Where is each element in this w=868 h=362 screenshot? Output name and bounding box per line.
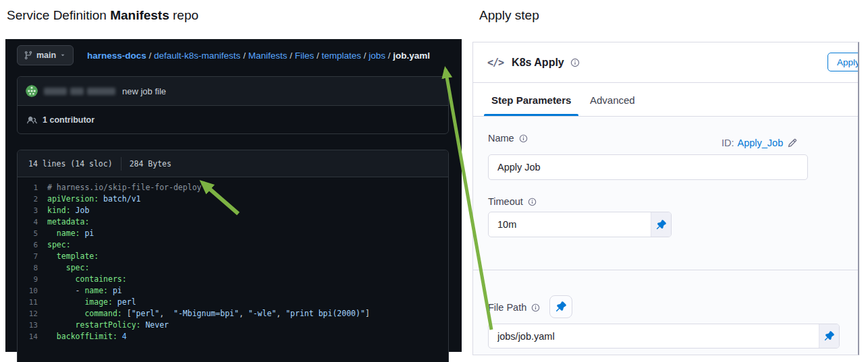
code-line: 4metadata: <box>18 216 448 228</box>
file-path-input[interactable] <box>489 324 819 348</box>
line-number[interactable]: 6 <box>18 239 47 251</box>
code-line: 11 image: perl <box>18 297 448 308</box>
line-number[interactable]: 3 <box>18 205 47 216</box>
step-id-block: ID: Apply_Job <box>722 138 797 148</box>
step-parameters-form: Name ID: Apply_Job Timeout <box>473 117 858 355</box>
code-text: command: ["perl", "-Mbignum=bpi", "-wle"… <box>47 308 370 320</box>
breadcrumb-separator: / <box>287 51 294 61</box>
line-number[interactable]: 5 <box>18 228 47 239</box>
breadcrumb-separator: / <box>314 51 321 61</box>
id-value-link[interactable]: Apply_Job <box>738 138 784 148</box>
timeout-input-wrapper <box>488 212 672 237</box>
github-panel: main harness-docs / default-k8s-manifest… <box>5 39 462 352</box>
file-content-box: 14 lines (14 sloc) 284 Bytes 1# harness.… <box>17 150 449 362</box>
line-number[interactable]: 7 <box>18 251 47 262</box>
line-number[interactable]: 11 <box>18 297 47 308</box>
line-number[interactable]: 9 <box>18 274 47 285</box>
k8s-apply-step-card: </> K8s Apply Apply Step Parameters Adva… <box>472 42 859 355</box>
breadcrumb-item-harness-docs[interactable]: harness-docs <box>87 51 146 61</box>
contributors-row[interactable]: 1 contributor <box>18 106 448 134</box>
code-text: spec: <box>47 262 89 274</box>
edit-pencil-icon[interactable] <box>788 138 797 148</box>
pin-runtime-input-icon[interactable] <box>651 212 671 237</box>
breadcrumb: harness-docs / default-k8s-manifests / M… <box>87 45 430 65</box>
breadcrumb-item-default-k8s-manifests[interactable]: default-k8s-manifests <box>154 51 240 61</box>
people-icon <box>27 115 37 125</box>
code-line: 5 name: pi <box>18 228 448 239</box>
file-stats-header: 14 lines (14 sloc) 284 Bytes <box>18 150 448 177</box>
line-number[interactable]: 1 <box>18 182 47 193</box>
section-divider <box>473 270 859 270</box>
step-tabs: Step Parameters Advanced <box>473 83 858 117</box>
info-icon[interactable] <box>531 303 540 312</box>
breadcrumb-item-templates[interactable]: templates <box>321 51 361 61</box>
code-text: template: <box>47 251 99 262</box>
line-number[interactable]: 14 <box>18 331 47 342</box>
breadcrumb-item-job.yaml: job.yaml <box>393 51 430 61</box>
code-text: kind: Job <box>47 205 89 216</box>
breadcrumb-item-jobs[interactable]: jobs <box>369 51 385 61</box>
file-size-stat: 284 Bytes <box>130 159 171 169</box>
code-lines: 1# harness.io/skip-file-for-deploy2apiVe… <box>18 177 448 342</box>
breadcrumb-item-Manifests[interactable]: Manifests <box>248 51 288 61</box>
code-line: 2apiVersion: batch/v1 <box>18 193 448 205</box>
id-label: ID: <box>722 138 734 148</box>
code-line: 10 - name: pi <box>18 285 448 297</box>
pin-runtime-input-icon[interactable] <box>819 324 839 348</box>
tab-step-parameters[interactable]: Step Parameters <box>491 83 571 117</box>
code-line: 9 containers: <box>18 274 448 285</box>
code-text: restartPolicy: Never <box>47 320 169 331</box>
code-line: 1# harness.io/skip-file-for-deploy <box>18 182 448 193</box>
avatar[interactable] <box>26 85 38 97</box>
name-field-label: Name <box>488 133 528 144</box>
info-icon[interactable] <box>528 198 537 206</box>
breadcrumb-separator: / <box>146 51 154 61</box>
line-number[interactable]: 2 <box>18 193 47 205</box>
line-number[interactable]: 13 <box>18 320 47 331</box>
right-panel-title: Apply step <box>479 8 539 23</box>
latest-commit-row[interactable]: new job file <box>18 77 448 106</box>
code-text: spec: <box>47 239 71 251</box>
code-text: containers: <box>47 274 127 285</box>
branch-selector-button[interactable]: main <box>17 45 74 65</box>
redacted-username <box>44 88 115 95</box>
code-text: metadata: <box>47 216 89 228</box>
breadcrumb-separator: / <box>385 51 393 61</box>
line-number[interactable]: 10 <box>18 285 47 297</box>
code-line: 3kind: Job <box>18 205 448 216</box>
info-icon[interactable] <box>519 134 528 143</box>
info-icon[interactable] <box>570 58 580 67</box>
name-input-wrapper <box>488 154 808 180</box>
left-panel-title: Service Definition Manifests repo <box>7 8 198 23</box>
pin-file-path-button[interactable] <box>549 295 572 318</box>
code-text: - name: pi <box>47 285 122 297</box>
code-line: 13 restartPolicy: Never <box>18 320 448 331</box>
name-input[interactable] <box>489 155 807 179</box>
step-title: K8s Apply <box>512 57 564 69</box>
code-text: backoffLimit: 4 <box>47 331 127 342</box>
line-number[interactable]: 12 <box>18 308 47 320</box>
contributors-count: 1 contributor <box>43 115 94 125</box>
file-path-input-wrapper <box>488 324 840 349</box>
line-number[interactable]: 4 <box>18 216 47 228</box>
breadcrumb-item-Files[interactable]: Files <box>295 51 315 61</box>
code-line: 14 backoffLimit: 4 <box>18 331 448 342</box>
code-text: name: pi <box>47 228 94 239</box>
step-header: </> K8s Apply Apply <box>473 42 858 83</box>
line-number[interactable]: 8 <box>18 262 47 274</box>
apply-changes-button[interactable]: Apply <box>828 53 859 71</box>
divider <box>121 157 121 171</box>
code-text: image: perl <box>47 297 136 308</box>
tab-advanced[interactable]: Advanced <box>590 83 635 117</box>
commit-message[interactable]: new job file <box>122 86 166 96</box>
active-tab-underline <box>484 114 578 116</box>
timeout-input[interactable] <box>489 212 651 237</box>
breadcrumb-separator: / <box>240 51 248 61</box>
code-line: 6spec: <box>18 239 448 251</box>
breadcrumb-separator: / <box>361 51 369 61</box>
code-line: 8 spec: <box>18 262 448 274</box>
file-lines-stat: 14 lines (14 sloc) <box>28 159 113 169</box>
code-line: 7 template: <box>18 251 448 262</box>
commit-box: new job file 1 contributor <box>17 76 449 134</box>
code-line: 12 command: ["perl", "-Mbignum=bpi", "-w… <box>18 308 448 320</box>
